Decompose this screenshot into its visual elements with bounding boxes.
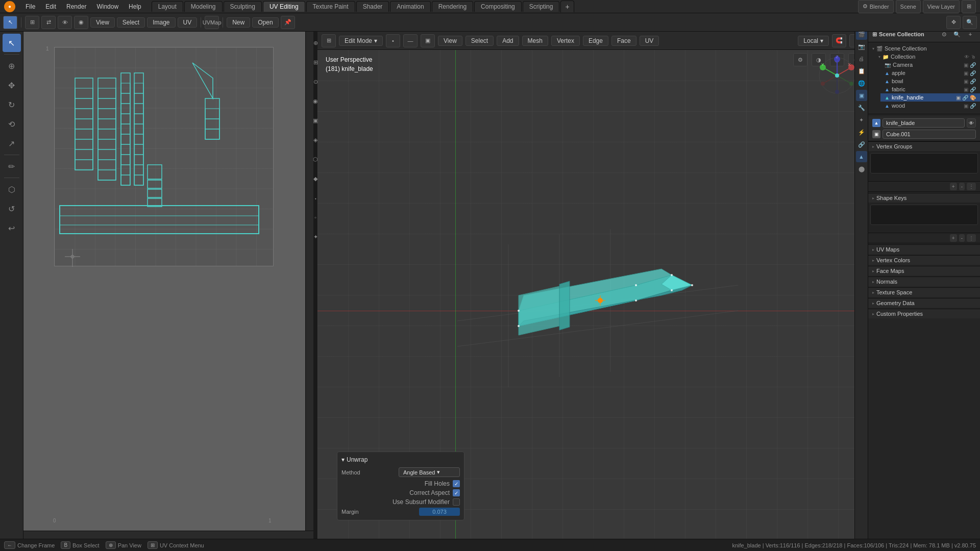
- menu-edit[interactable]: Edit: [41, 2, 60, 11]
- viewport-tool-1[interactable]: ⊕: [306, 34, 325, 52]
- viewport-tool-9[interactable]: ⬩: [306, 189, 325, 207]
- vg-minus-btn[interactable]: -: [959, 183, 965, 190]
- new-image-btn[interactable]: New: [227, 17, 250, 28]
- uv-menu[interactable]: UV: [178, 17, 198, 28]
- editor-type-btn[interactable]: ⊞: [25, 16, 39, 29]
- obj-vis-btn[interactable]: 👁: [967, 118, 976, 128]
- bowl-item[interactable]: ▲ bowl ▣ 🔗: [880, 77, 980, 85]
- uv-maps-header[interactable]: ▸ UV Maps: [868, 244, 980, 254]
- image-menu[interactable]: Image: [147, 17, 175, 28]
- editor-selector-btn[interactable]: ⊞: [962, 0, 976, 13]
- tab-shader[interactable]: Shader: [356, 1, 389, 12]
- snap-btn[interactable]: 🧲: [832, 34, 846, 47]
- relax-tool[interactable]: ↺: [3, 199, 21, 218]
- knife-handle-item[interactable]: ▲ knife_handle ▣ 🔗 🎨: [880, 93, 980, 102]
- rotate-tool[interactable]: ↻: [3, 95, 21, 114]
- annotate-tool[interactable]: ✏: [3, 157, 21, 176]
- move-tool[interactable]: ✥: [3, 76, 21, 94]
- scene-props-icon[interactable]: ⚙: [793, 53, 807, 66]
- view-btn[interactable]: 👁: [58, 16, 72, 29]
- mesh-face-btn[interactable]: ▣: [421, 34, 435, 47]
- mesh-menu-3d[interactable]: Mesh: [522, 36, 548, 46]
- normals-header[interactable]: ▸ Normals: [868, 277, 980, 286]
- face-menu-3d[interactable]: Face: [611, 36, 636, 46]
- engine-selector[interactable]: ⚙ Blender: [858, 0, 894, 13]
- viewport-divider[interactable]: ⊕ ⊞ ⊙ ◉ ▣ ◈ ⬡ ◆ ⬩ ◦ ✦: [313, 32, 317, 539]
- uv-scrollbar-h[interactable]: [23, 531, 313, 539]
- tab-layout[interactable]: Layout: [152, 1, 183, 12]
- cursor-tool[interactable]: ⊕: [3, 57, 21, 75]
- collection-item[interactable]: ▾ 📁 Collection 👁 🖱: [874, 53, 980, 61]
- vg-plus-btn[interactable]: +: [950, 183, 957, 190]
- scene-selector[interactable]: Scene: [896, 0, 921, 13]
- sk-minus-btn[interactable]: -: [959, 234, 965, 242]
- select-menu[interactable]: Select: [117, 17, 145, 28]
- add-menu-3d[interactable]: Add: [497, 36, 519, 46]
- fill-holes-checkbox[interactable]: ✓: [453, 480, 460, 487]
- material-props-btn[interactable]: ⬤: [856, 163, 867, 174]
- mesh-edge-btn[interactable]: —: [403, 34, 418, 47]
- tab-modeling[interactable]: Modeling: [184, 1, 223, 12]
- render-props-btn[interactable]: 📷: [856, 41, 867, 52]
- tab-rendering[interactable]: Rendering: [432, 1, 473, 12]
- custom-props-header[interactable]: ▸ Custom Properties: [868, 309, 980, 318]
- view-menu-3d[interactable]: View: [438, 36, 462, 46]
- viewport-tool-7[interactable]: ⬡: [306, 150, 325, 168]
- open-image-btn[interactable]: Open: [252, 17, 278, 28]
- scene-collection-root[interactable]: ▾ 🎬 Scene Collection: [868, 44, 980, 53]
- physics-props-btn[interactable]: ⚡: [856, 127, 867, 138]
- tab-compositing[interactable]: Compositing: [474, 1, 522, 12]
- wood-item[interactable]: ▲ wood ▣ 🔗: [880, 102, 980, 110]
- vertex-groups-header[interactable]: ▸ Vertex Groups: [868, 141, 980, 151]
- viewport-tool-4[interactable]: ◉: [306, 92, 325, 110]
- scene-obj-props-btn[interactable]: 🌐: [856, 78, 867, 89]
- select-tool[interactable]: ↖: [3, 34, 21, 52]
- edge-menu-3d[interactable]: Edge: [583, 36, 608, 46]
- texture-space-header[interactable]: ▸ Texture Space: [868, 287, 980, 297]
- viewport-tool-3[interactable]: ⊙: [306, 72, 325, 91]
- tab-sculpting[interactable]: Sculpting: [224, 1, 262, 12]
- view-menu[interactable]: View: [90, 17, 115, 28]
- viewport-tool-10[interactable]: ◦: [306, 208, 325, 227]
- mesh-vert-btn[interactable]: •: [386, 34, 400, 47]
- view-layer-selector[interactable]: View Layer: [923, 0, 960, 13]
- object-name-input[interactable]: knife_blade: [883, 118, 965, 128]
- viewport-mode-dropdown[interactable]: Edit Mode ▾: [339, 36, 383, 46]
- transform-tool[interactable]: ↗: [3, 134, 21, 153]
- uv-menu-3d[interactable]: UV: [640, 36, 659, 46]
- rip-tool[interactable]: ⬡: [3, 180, 21, 198]
- select-tool-btn[interactable]: ↖: [3, 16, 17, 29]
- shape-keys-header[interactable]: ▸ Shape Keys: [868, 193, 980, 203]
- tab-scripting[interactable]: Scripting: [523, 1, 560, 12]
- fabric-item[interactable]: ▲ fabric ▣ 🔗: [880, 85, 980, 93]
- navigation-gizmo[interactable]: X Y Z: [817, 55, 857, 96]
- camera-item[interactable]: 📷 Camera ▣ 🔗: [880, 61, 980, 69]
- viewport-tool-2[interactable]: ⊞: [306, 53, 325, 71]
- menu-help[interactable]: Help: [125, 2, 145, 11]
- viewport-tool-8[interactable]: ◆: [306, 169, 325, 188]
- tab-animation[interactable]: Animation: [390, 1, 430, 12]
- uv-overlay-btn[interactable]: ◉: [74, 16, 88, 29]
- viewport-tool-5[interactable]: ▣: [306, 111, 325, 130]
- correct-aspect-checkbox[interactable]: ✓: [453, 489, 460, 496]
- apple-item[interactable]: ▲ apple ▣ 🔗: [880, 69, 980, 77]
- vg-more-btn[interactable]: ⋮: [967, 183, 976, 190]
- face-maps-header[interactable]: ▸ Face Maps: [868, 266, 980, 276]
- sk-more-btn[interactable]: ⋮: [967, 234, 976, 242]
- tab-add[interactable]: +: [560, 1, 574, 12]
- vertex-colors-header[interactable]: ▸ Vertex Colors: [868, 255, 980, 265]
- view-layer-props-btn[interactable]: 📋: [856, 65, 867, 77]
- data-props-btn[interactable]: ▲: [856, 151, 867, 162]
- particles-props-btn[interactable]: ✦: [856, 114, 867, 126]
- vertex-menu-3d[interactable]: Vertex: [551, 36, 580, 46]
- menu-window[interactable]: Window: [92, 2, 122, 11]
- sk-plus-btn[interactable]: +: [950, 234, 957, 242]
- scale-tool[interactable]: ⟲: [3, 115, 21, 133]
- uv-image-mode-btn[interactable]: UVMap: [205, 16, 219, 29]
- menu-file[interactable]: File: [21, 2, 39, 11]
- object-props-btn[interactable]: ▣: [856, 90, 867, 101]
- stitch-tool[interactable]: ↩: [3, 219, 21, 237]
- tab-texture-paint[interactable]: Texture Paint: [306, 1, 355, 12]
- pin-btn[interactable]: 📌: [281, 16, 295, 29]
- margin-value-input[interactable]: 0.073: [419, 508, 460, 516]
